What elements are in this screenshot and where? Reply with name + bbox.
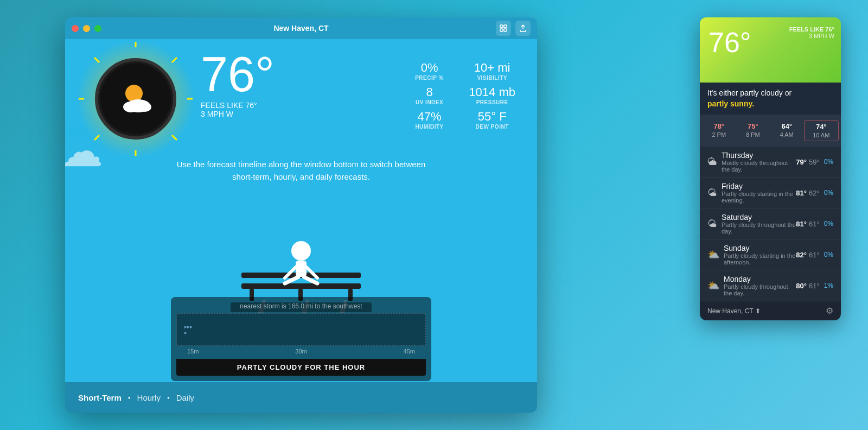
pressure-value: 1014 mb <box>469 85 515 99</box>
svg-rect-25 <box>296 261 307 277</box>
uv-value: 8 <box>406 85 453 99</box>
thursday-precip: 0% <box>824 158 833 166</box>
nav-short-term[interactable]: Short-Term <box>78 393 122 402</box>
uv-stat: 8 UV INDEX <box>406 85 453 105</box>
dew-point-value: 55° F <box>469 110 515 124</box>
partly-cloudy-icon <box>111 74 160 123</box>
monday-low: 61° <box>809 282 820 290</box>
nav-daily[interactable]: Daily <box>176 393 194 402</box>
saturday-high: 81° <box>796 220 807 228</box>
widget-desc-text2: partly sunny. <box>707 99 754 108</box>
saturday-day: Saturday <box>722 213 765 222</box>
svg-line-8 <box>94 58 99 62</box>
friday-desc: Partly cloudy starting in the evening. <box>722 191 796 204</box>
saturday-low: 61° <box>809 220 820 228</box>
thursday-info: Thursday Mostly cloudy throughout the da… <box>722 151 796 173</box>
hour-item-1[interactable]: 75° 8 PM <box>736 120 770 141</box>
monday-precip: 1% <box>824 282 833 290</box>
sunday-day: Sunday <box>724 244 767 252</box>
precip-stat: 0% PRECIP % <box>406 61 453 81</box>
rain-drops: ▸▸▸▸ <box>184 324 193 336</box>
daily-item-thursday[interactable]: 🌥 Thursday Mostly cloudy throughout the … <box>700 147 841 178</box>
hour-item-2[interactable]: 64° 4 AM <box>770 120 804 141</box>
hour-temp-0: 78° <box>704 122 734 130</box>
wind-speed: 3 MPH W <box>201 110 275 118</box>
daily-item-monday[interactable]: ⛅ Monday Partly cloudy throughout the da… <box>700 270 841 301</box>
friday-icon: 🌤 <box>707 187 717 199</box>
friday-low: 62° <box>809 189 820 197</box>
sunday-precip: 0% <box>824 251 833 259</box>
svg-rect-20 <box>241 283 361 289</box>
gear-icon[interactable]: ⚙ <box>826 306 833 316</box>
svg-point-24 <box>291 241 311 261</box>
daily-item-sunday[interactable]: ⛅ Sunday Partly cloudy starting in the a… <box>700 239 841 270</box>
weather-header: 76° FEELS LIKE 76° 3 MPH W 0% PRECIP % 1… <box>87 50 515 148</box>
close-button[interactable] <box>72 25 79 32</box>
thursday-icon: 🌥 <box>707 156 717 168</box>
svg-rect-3 <box>504 29 507 31</box>
hour-time-1: 8 PM <box>738 131 768 138</box>
monday-day: Monday <box>724 275 767 283</box>
info-text-line2: short-term, hourly, and daily forecasts. <box>87 171 515 184</box>
sunday-icon: ⛅ <box>707 249 719 261</box>
sunday-desc: Partly cloudy starting in the afternoon. <box>724 252 796 265</box>
monday-info: Monday Partly cloudy throughout the day. <box>724 275 796 296</box>
visibility-label: VISIBILITY <box>469 75 515 81</box>
widget-top: 76° FEELS LIKE 76° 3 MPH W <box>700 17 841 83</box>
hour-temp-1: 75° <box>738 122 768 130</box>
hour-time-2: 4 AM <box>772 131 802 138</box>
monday-icon: ⛅ <box>707 280 719 292</box>
hour-item-3[interactable]: 74° 10 AM <box>804 120 839 141</box>
export-icon[interactable] <box>515 21 531 36</box>
info-text: Use the forecast timeline along the wind… <box>87 159 515 183</box>
main-temperature: 76° <box>201 50 275 99</box>
friday-temps: 81° 62° 0% <box>796 189 833 197</box>
icon-ring <box>95 58 176 140</box>
widget-wind: 3 MPH W <box>789 33 834 39</box>
humidity-value: 47% <box>406 110 453 124</box>
thursday-low: 59° <box>809 158 820 166</box>
visibility-stat: 10+ mi VISIBILITY <box>469 61 515 81</box>
pressure-stat: 1014 mb PRESSURE <box>469 85 515 105</box>
info-text-line1: Use the forecast timeline along the wind… <box>87 159 515 171</box>
daily-item-saturday[interactable]: 🌤 Saturday Partly cloudy throughout the … <box>700 208 841 239</box>
nav-dot-2: ● <box>167 395 170 400</box>
sunday-high: 82° <box>796 251 807 259</box>
daily-item-friday[interactable]: 🌤 Friday Partly cloudy starting in the e… <box>700 178 841 208</box>
sunday-temps: 82° 61° 0% <box>796 251 833 259</box>
temperature-section: 76° FEELS LIKE 76° 3 MPH W <box>201 50 275 118</box>
hour-item-0[interactable]: 78° 2 PM <box>702 120 736 141</box>
widget-location: New Haven, CT ⬆ <box>707 307 761 315</box>
cloud-decoration-left: ☁ <box>65 126 103 176</box>
uv-label: UV INDEX <box>406 99 453 105</box>
thursday-high: 79° <box>796 158 807 166</box>
timeline-label-15m: 15m <box>187 348 199 355</box>
sunday-info: Sunday Partly cloudy starting in the aft… <box>724 244 796 265</box>
condition-label: PARTLY CLOUDY FOR THE HOUR <box>176 359 426 376</box>
sidebar-widget: 76° FEELS LIKE 76° 3 MPH W It's either p… <box>700 17 841 320</box>
svg-line-11 <box>172 135 177 140</box>
minimize-button[interactable] <box>83 25 90 32</box>
window-controls <box>496 21 531 36</box>
share-icon[interactable] <box>496 21 511 36</box>
monday-desc: Partly cloudy throughout the day. <box>724 283 796 296</box>
saturday-precip: 0% <box>824 220 833 228</box>
widget-desc-text1: It's either partly cloudy or <box>707 88 792 97</box>
monday-high: 80° <box>796 282 807 290</box>
dew-point-label: DEW POINT <box>469 124 515 130</box>
bottom-nav: Short-Term ● Hourly ● Daily <box>65 382 537 413</box>
svg-line-9 <box>172 58 177 62</box>
hour-temp-3: 74° <box>807 123 837 131</box>
main-weather-window: New Haven, CT <box>65 17 537 413</box>
svg-point-15 <box>138 102 151 112</box>
precip-value: 0% <box>406 61 453 75</box>
timeline-labels: 15m 30m 45m <box>176 346 426 357</box>
maximize-button[interactable] <box>94 25 101 32</box>
svg-rect-1 <box>504 25 507 28</box>
hour-time-0: 2 PM <box>704 131 734 138</box>
window-title: New Haven, CT <box>273 24 328 33</box>
widget-description: It's either partly cloudy or partly sunn… <box>700 83 841 115</box>
icon-ring-inner <box>100 64 171 134</box>
nav-hourly[interactable]: Hourly <box>137 393 161 402</box>
saturday-icon: 🌤 <box>707 218 717 230</box>
